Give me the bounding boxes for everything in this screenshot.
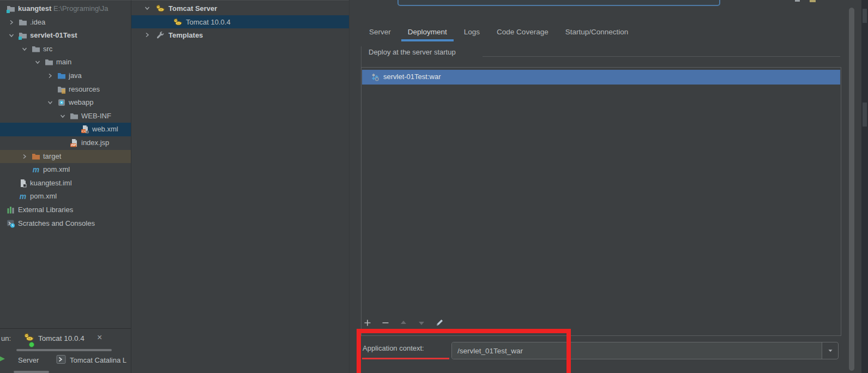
deploy-item-servlet-01test-war[interactable]: servlet-01Test:war [362, 70, 840, 85]
tree-item-resources[interactable]: resources [0, 83, 131, 97]
tree-item-label: main [56, 58, 71, 66]
section-divider [483, 56, 840, 57]
tree-item-kuangtest[interactable]: kuangtest E:\Programing\Ja [0, 2, 131, 16]
tree-item-label: pom.xml [30, 192, 57, 200]
tree-item-index-jsp[interactable]: JSPindex.jsp [0, 136, 131, 150]
scratches-icon [7, 219, 15, 228]
tab-startup-connection[interactable]: Startup/Connection [559, 24, 635, 41]
folder-icon [32, 45, 40, 53]
tab-logs[interactable]: Logs [457, 24, 486, 41]
subtab-tomcat-catalina-log[interactable]: Tomcat Catalina L [70, 356, 131, 364]
run-config-tree-panel: Tomcat ServerTomcat 10.0.4Templates [131, 0, 349, 373]
panel-border [361, 46, 361, 67]
chevron-right-icon[interactable] [46, 71, 55, 80]
tab-code-coverage[interactable]: Code Coverage [490, 24, 555, 41]
tree-item-servlet-01test[interactable]: servlet-01Test [0, 29, 131, 43]
name-field-focused[interactable] [397, 0, 720, 6]
tree-item-external-libraries[interactable]: External Libraries [0, 203, 131, 217]
tree-item-web-inf[interactable]: WEB-INF [0, 110, 131, 123]
vertical-scrollbar[interactable] [849, 8, 854, 371]
tree-item-label: pom.xml [43, 165, 70, 173]
tree-item-kuangtest-iml[interactable]: kuangtest.iml [0, 177, 131, 190]
toolbar-icon-partial [810, 0, 816, 2]
remove-icon[interactable] [381, 318, 390, 328]
config-item-tomcat-10-0-4[interactable]: Tomcat 10.0.4 [131, 15, 349, 29]
tree-item-java[interactable]: java [0, 69, 131, 83]
tree-item-webapp[interactable]: webapp [0, 96, 131, 110]
tree-item-src[interactable]: src [0, 43, 131, 56]
chevron-down-icon[interactable] [46, 98, 55, 107]
tree-item-label: target [43, 152, 61, 160]
tree-item-pom-xml[interactable]: mpom.xml [0, 163, 131, 177]
running-indicator-dot [29, 342, 34, 347]
stripe-button[interactable] [863, 9, 867, 23]
tree-item-pom-xml[interactable]: mpom.xml [0, 190, 131, 203]
tree-item-label: src [43, 45, 52, 53]
folder-icon [19, 18, 27, 27]
application-context-input[interactable] [452, 342, 822, 359]
chevron-down-icon[interactable] [143, 4, 152, 14]
config-item-templates[interactable]: Templates [131, 28, 349, 42]
config-item-label: Tomcat 10.0.4 [186, 18, 231, 26]
deploy-toolbar [363, 318, 453, 328]
tree-item-label: index.jsp [81, 139, 109, 147]
project-folder-icon [7, 4, 15, 13]
tomcat-icon [24, 332, 34, 342]
chevron-right-icon[interactable] [7, 18, 16, 27]
tree-item--idea[interactable]: .idea [0, 16, 131, 29]
rerun-icon[interactable] [0, 354, 7, 364]
chevron-down-icon[interactable] [822, 342, 838, 359]
config-editor-panel: ServerDeploymentLogsCode CoverageStartup… [349, 0, 868, 373]
deploy-list: servlet-01Test:war [361, 67, 841, 336]
run-tab-tomcat[interactable]: Tomcat 10.0.4 [38, 334, 85, 342]
stripe-button[interactable] [863, 103, 867, 127]
folder-icon [70, 112, 79, 121]
webxml-file-icon: <> [81, 125, 89, 134]
svg-text:<>: <> [81, 129, 86, 133]
right-tool-window-stripe [861, 0, 868, 373]
edit-icon[interactable] [435, 318, 444, 328]
tree-item-scratches-and-consoles[interactable]: Scratches and Consoles [0, 217, 131, 231]
tree-item-target[interactable]: target [0, 150, 131, 164]
chevron-right-icon[interactable] [143, 31, 152, 41]
config-item-label: Templates [168, 31, 203, 39]
run-label: un: [1, 334, 11, 342]
config-tree: Tomcat ServerTomcat 10.0.4Templates [131, 2, 349, 42]
tree-item-label: web.xml [92, 125, 118, 133]
svg-text:m: m [20, 192, 26, 201]
application-context-label: Application context: [363, 344, 424, 352]
subtab-server[interactable]: Server [18, 356, 39, 364]
tree-item-label: Scratches and Consoles [18, 219, 95, 227]
tree-item-label: kuangtest E:\Programing\Ja [18, 4, 108, 13]
tree-item-main[interactable]: main [0, 56, 131, 69]
tree-item-label: java [69, 71, 82, 80]
resources-folder-icon [57, 85, 66, 94]
chevron-down-icon[interactable] [33, 58, 42, 67]
tomcat-icon [156, 4, 165, 13]
add-icon[interactable] [363, 318, 372, 328]
config-item-label: Tomcat Server [168, 4, 217, 13]
application-context-combobox[interactable] [451, 342, 839, 359]
chevron-down-icon[interactable] [20, 45, 29, 53]
config-item-tomcat-server[interactable]: Tomcat Server [131, 2, 349, 15]
move-up-icon[interactable] [399, 318, 408, 328]
svg-text:m: m [33, 165, 39, 174]
chevron-down-icon[interactable] [7, 31, 16, 40]
tree-item-label: resources [69, 85, 100, 93]
folder-icon [45, 58, 53, 67]
excluded-folder-icon [32, 152, 40, 161]
tree-item-label: External Libraries [18, 206, 73, 214]
tree-item-label: kuangtest.iml [30, 179, 72, 187]
wrench-icon [156, 31, 165, 39]
maven-file-icon: m [32, 165, 40, 174]
tree-item-label: .idea [30, 18, 45, 26]
chevron-right-icon[interactable] [20, 152, 29, 161]
deploy-section-title: Deploy at the server startup [369, 48, 456, 56]
project-folder-icon [19, 31, 27, 40]
tab-deployment[interactable]: Deployment [401, 24, 454, 41]
close-icon[interactable]: × [97, 333, 102, 342]
move-down-icon[interactable] [417, 318, 426, 328]
tree-item-web-xml[interactable]: <>web.xml [0, 123, 131, 136]
chevron-down-icon[interactable] [58, 112, 67, 121]
tab-server[interactable]: Server [363, 24, 397, 41]
